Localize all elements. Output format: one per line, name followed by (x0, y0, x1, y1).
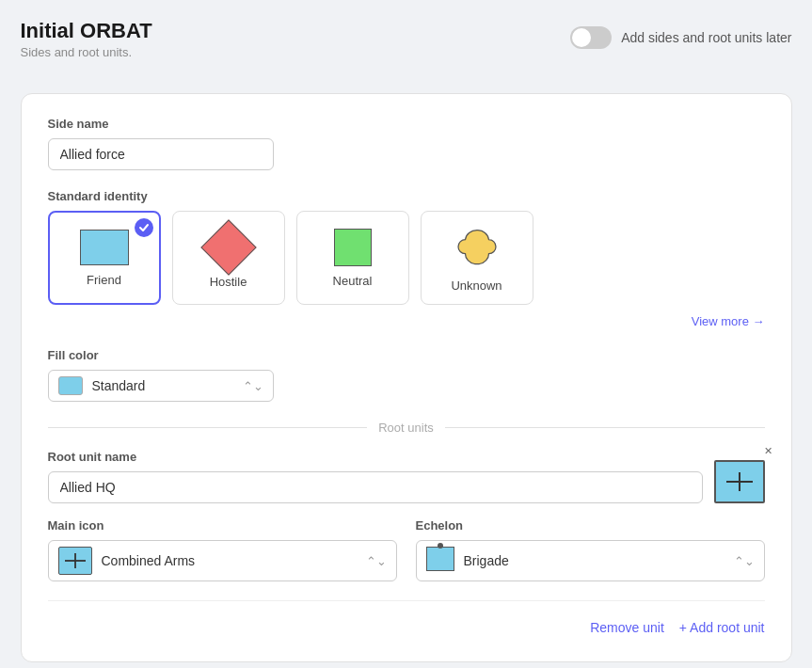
identity-grid: Friend Hostile Neutral Unknown (48, 211, 765, 305)
hostile-shape (200, 219, 256, 275)
icon-echelon-row: Main icon Combined Arms ⌃⌄ Echelon (48, 518, 765, 581)
hostile-label: Hostile (210, 275, 247, 289)
footer-actions: Remove unit + Add root unit (48, 600, 765, 639)
side-name-section: Side name (48, 117, 765, 170)
standard-identity-label: Standard identity (48, 189, 765, 203)
identity-neutral[interactable]: Neutral (296, 211, 409, 305)
add-root-unit-button[interactable]: + Add root unit (679, 616, 765, 639)
selected-check (135, 218, 153, 237)
unknown-label: Unknown (451, 278, 502, 293)
friend-label: Friend (87, 273, 121, 287)
add-later-toggle[interactable] (570, 26, 612, 49)
remove-unit-button[interactable]: Remove unit (590, 616, 664, 639)
root-unit-name-input[interactable] (48, 471, 703, 503)
view-more-row: View more → (48, 312, 765, 329)
echelon-chevron: ⌃⌄ (734, 554, 755, 568)
unit-preview: ✕ (714, 453, 765, 503)
fill-color-select[interactable]: Standard ⌃⌄ (48, 370, 274, 402)
identity-friend[interactable]: Friend (48, 211, 161, 305)
chevron-icon: ⌃⌄ (243, 379, 263, 393)
side-name-input[interactable] (48, 138, 274, 170)
main-icon-label: Main icon (48, 518, 397, 533)
neutral-shape (334, 229, 372, 266)
echelon-field: Echelon Brigade ⌃⌄ (416, 518, 765, 581)
fill-color-value: Standard (92, 378, 233, 393)
page-subtitle: Sides and root units. (21, 45, 152, 59)
echelon-label: Echelon (416, 518, 765, 533)
echelon-select[interactable]: Brigade ⌃⌄ (416, 540, 765, 581)
unit-box (714, 460, 765, 503)
echelon-value: Brigade (464, 553, 724, 568)
friend-shape (80, 230, 129, 265)
identity-hostile[interactable]: Hostile (172, 211, 285, 305)
echelon-preview (426, 547, 454, 575)
side-name-label: Side name (48, 117, 765, 131)
unknown-shape (454, 224, 501, 271)
unit-close-icon[interactable]: ✕ (764, 445, 772, 457)
root-units-divider: Root units (48, 421, 765, 435)
unit-symbol-icon (726, 472, 753, 491)
root-unit-name-label: Root unit name (48, 450, 703, 464)
main-icon-value: Combined Arms (102, 553, 357, 568)
neutral-label: Neutral (333, 274, 373, 288)
view-more-link[interactable]: View more → (692, 314, 765, 328)
main-card: Side name Standard identity Friend (21, 93, 792, 662)
color-swatch (58, 376, 83, 395)
main-icon-select[interactable]: Combined Arms ⌃⌄ (48, 540, 397, 581)
fill-color-label: Fill color (48, 348, 765, 362)
main-icon-field: Main icon Combined Arms ⌃⌄ (48, 518, 397, 581)
toggle-label: Add sides and root units later (621, 30, 791, 45)
main-icon-chevron: ⌃⌄ (366, 554, 387, 568)
identity-unknown[interactable]: Unknown (421, 211, 533, 305)
main-icon-preview (58, 547, 92, 575)
fill-color-section: Fill color Standard ⌃⌄ (48, 348, 765, 402)
page-title: Initial ORBAT (21, 19, 152, 43)
standard-identity-section: Standard identity Friend Hostile (48, 189, 765, 329)
root-unit-row: Root unit name ✕ (48, 450, 765, 503)
